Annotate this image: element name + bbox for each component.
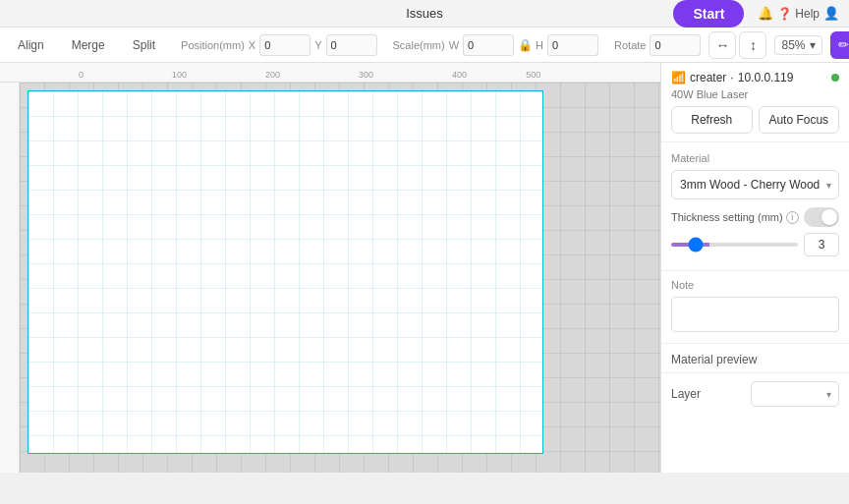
title-text: Issues (406, 6, 443, 21)
ruler-500: 500 (526, 70, 540, 82)
canvas-area: 0 100 200 300 400 500 (0, 63, 660, 473)
split-button[interactable]: Split (123, 34, 165, 56)
rotate-group: Rotate (614, 34, 701, 56)
material-section: Material 3mm Wood - Cherry Wood ▾ Thickn… (661, 142, 849, 271)
align-button[interactable]: Align (8, 34, 54, 56)
h-label: H (536, 39, 543, 51)
rotate-label: Rotate (614, 39, 646, 51)
device-row: 📶 creater · 10.0.0.119 (671, 71, 839, 84)
device-actions: Refresh Auto Focus (671, 106, 839, 134)
flip-group: ↔ ↕ (708, 31, 766, 59)
lock-icon: 🔒 (518, 38, 532, 52)
scale-label: Scale(mm) (393, 39, 445, 51)
canvas-grid[interactable] (28, 90, 543, 454)
layer-select[interactable] (751, 381, 839, 407)
thickness-value-input[interactable]: 3 (804, 233, 839, 256)
laser-type: 40W Blue Laser (671, 88, 839, 100)
position-label: Position(mm) (181, 39, 245, 51)
flip-v-button[interactable]: ↕ (739, 31, 766, 59)
ruler-400: 400 (452, 70, 467, 82)
ruler-100: 100 (172, 70, 187, 82)
thickness-slider-row: 3 (671, 233, 839, 256)
note-label: Note (671, 279, 839, 291)
layer-select-wrapper: ▾ (751, 381, 839, 407)
zoom-chevron-icon: ▾ (810, 38, 816, 52)
scale-group: Scale(mm) W 🔒 H (393, 34, 599, 56)
nav-icons: 🔔 ❓ Help 👤 (756, 4, 841, 24)
thickness-info-icon[interactable]: i (786, 211, 799, 224)
thickness-toggle[interactable] (804, 207, 839, 227)
preview-section: Material preview (661, 344, 849, 373)
w-label: W (449, 39, 459, 51)
refresh-button[interactable]: Refresh (671, 106, 753, 134)
material-label: Material (671, 152, 839, 164)
y-label: Y (314, 39, 321, 51)
canvas-row (0, 83, 660, 473)
bell-button[interactable]: 🔔 (756, 4, 775, 24)
main-content: 0 100 200 300 400 500 📶 creater (0, 63, 849, 473)
help-circle-icon: ❓ (777, 7, 792, 21)
thickness-row: Thickness setting (mm) i (671, 207, 839, 227)
flip-h-button[interactable]: ↔ (708, 31, 736, 59)
toggle-knob (821, 209, 837, 225)
auto-focus-button[interactable]: Auto Focus (759, 106, 840, 134)
w-input[interactable] (463, 34, 514, 56)
canvas[interactable] (20, 83, 660, 473)
pen-mode-button[interactable]: ✏ (830, 31, 850, 59)
ruler-0: 0 (79, 70, 84, 82)
online-indicator (831, 74, 839, 82)
thickness-label: Thickness setting (mm) i (671, 211, 799, 224)
rotate-input[interactable] (650, 34, 701, 56)
help-button[interactable]: ❓ Help (777, 7, 820, 21)
right-panel: 📶 creater · 10.0.0.119 40W Blue Laser Re… (660, 63, 849, 473)
ruler-left (0, 83, 20, 473)
layer-label: Layer (671, 387, 701, 401)
user-button[interactable]: 👤 (821, 4, 841, 24)
wifi-icon: 📶 (671, 71, 686, 84)
position-group: Position(mm) X Y (181, 34, 376, 56)
merge-button[interactable]: Merge (62, 34, 115, 56)
zoom-control[interactable]: 85% ▾ (774, 35, 821, 55)
zoom-value: 85% (781, 38, 805, 52)
h-input[interactable] (547, 34, 598, 56)
thickness-slider[interactable] (671, 243, 798, 247)
note-section: Note (661, 271, 849, 344)
device-section: 📶 creater · 10.0.0.119 40W Blue Laser Re… (661, 63, 849, 142)
toolbar: Align Merge Split Position(mm) X Y Scale… (0, 28, 849, 63)
x-input[interactable] (259, 34, 311, 56)
layer-section: Layer ▾ (661, 373, 849, 415)
note-textarea[interactable] (671, 297, 839, 332)
material-select-wrapper: 3mm Wood - Cherry Wood ▾ (671, 170, 839, 199)
x-label: X (249, 39, 255, 51)
ruler-300: 300 (359, 70, 373, 82)
ruler-200: 200 (265, 70, 280, 82)
preview-label: Material preview (671, 353, 757, 366)
title-bar: Issues Start 🔔 ❓ Help 👤 (0, 0, 849, 28)
toolbar-right: 85% ▾ ✏ ⚙ Laser Flat (774, 31, 849, 59)
start-button[interactable]: Start (673, 0, 744, 28)
device-name: 📶 creater · 10.0.0.119 (671, 71, 793, 84)
ruler-top: 0 100 200 300 400 500 (0, 63, 660, 83)
title-bar-right: Start 🔔 ❓ Help 👤 (673, 0, 841, 28)
material-select[interactable]: 3mm Wood - Cherry Wood (671, 170, 839, 199)
pen-icon: ✏ (838, 37, 849, 52)
y-input[interactable] (326, 34, 377, 56)
device-separator: · (730, 71, 733, 84)
